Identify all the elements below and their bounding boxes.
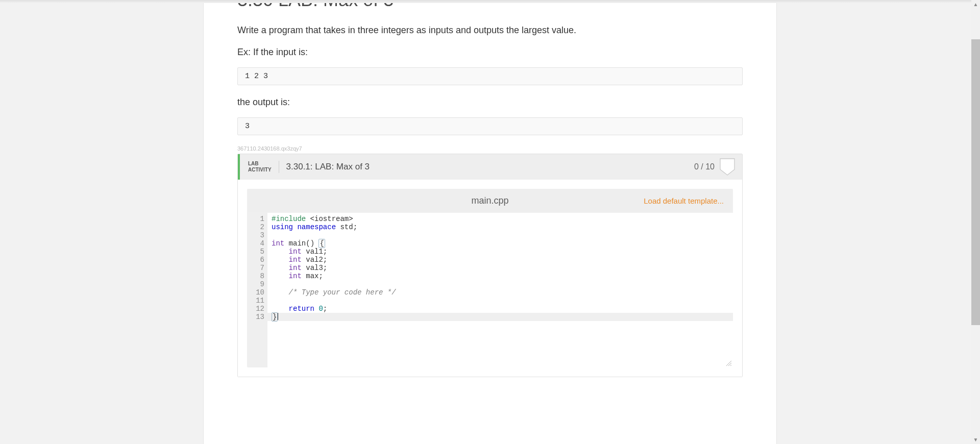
lab-page: 3.30 LAB: Max of 3 Write a program that … xyxy=(203,3,777,444)
scroll-up-icon[interactable]: ▲ xyxy=(971,0,980,9)
load-default-template-link[interactable]: Load default template... xyxy=(644,196,724,205)
code-editor-card: main.cpp Load default template... 123456… xyxy=(247,189,733,367)
example-intro: Ex: If the input is: xyxy=(237,45,743,59)
sample-output-value: 3 xyxy=(245,122,250,131)
lab-activity-card: LAB ACTIVITY 3.30.1: LAB: Max of 3 0 / 1… xyxy=(237,154,743,377)
lab-body: main.cpp Load default template... 123456… xyxy=(238,180,742,377)
line-number-gutter: 12345678910111213 xyxy=(247,213,267,367)
page-title: 3.30 LAB: Max of 3 xyxy=(237,3,743,9)
code-content[interactable]: #include <iostream>using namespace std;i… xyxy=(267,213,733,367)
problem-description: Write a program that takes in three inte… xyxy=(237,23,743,37)
scroll-down-icon[interactable]: ▼ xyxy=(971,435,980,444)
resize-handle-icon[interactable] xyxy=(725,360,731,366)
svg-line-2 xyxy=(730,365,731,366)
lab-score: 0 / 10 xyxy=(694,162,715,171)
shield-icon xyxy=(720,158,735,176)
sample-input-value: 1 2 3 xyxy=(245,72,268,81)
filename-label: main.cpp xyxy=(471,195,508,206)
sample-input-box: 1 2 3 xyxy=(237,67,743,85)
lab-activity-title: 3.30.1: LAB: Max of 3 xyxy=(286,162,694,172)
editor-header: main.cpp Load default template... xyxy=(247,189,733,212)
scrollbar-thumb[interactable] xyxy=(971,39,980,325)
vertical-scrollbar[interactable]: ▲ ▼ xyxy=(971,0,980,444)
lab-tag: LAB ACTIVITY xyxy=(248,161,279,173)
output-intro: the output is: xyxy=(237,95,743,109)
sample-output-box: 3 xyxy=(237,117,743,135)
activity-id: 367110.2430168.qx3zqy7 xyxy=(237,145,743,152)
code-editor[interactable]: 12345678910111213 #include <iostream>usi… xyxy=(247,212,733,367)
lab-activity-header: LAB ACTIVITY 3.30.1: LAB: Max of 3 0 / 1… xyxy=(238,154,742,180)
